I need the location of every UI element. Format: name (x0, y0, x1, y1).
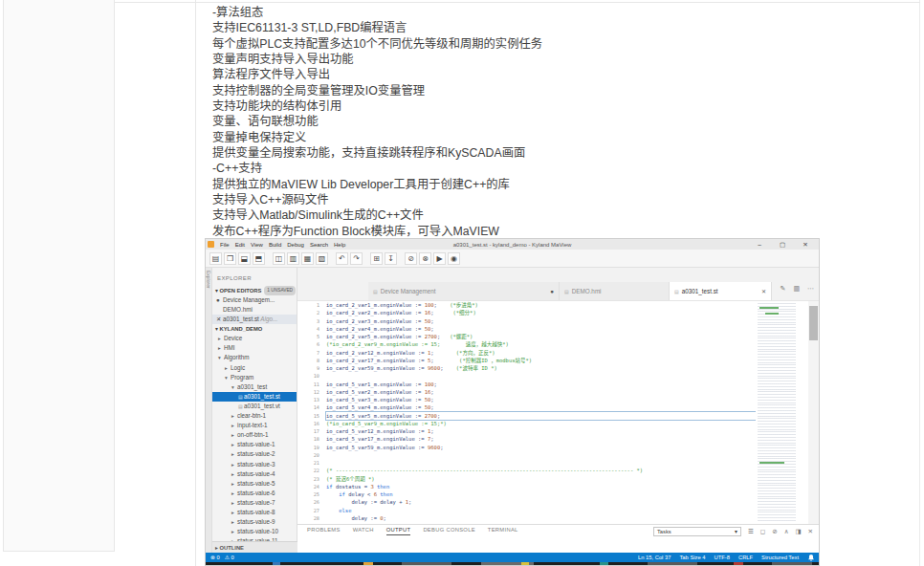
tree-item-status-value-9[interactable]: ▸status-value-9 (212, 517, 297, 527)
taskbar-app-icon[interactable] (772, 562, 812, 566)
close-panel-icon[interactable]: ✕ (808, 528, 813, 535)
open-editor-label: a0301_test.st (223, 316, 259, 322)
taskbar-app-icon[interactable] (600, 562, 608, 566)
open-editors-header[interactable]: ▾ OPEN EDITORS1 UNSAVED (212, 286, 297, 295)
tree-item-Program[interactable]: ▾Program (212, 373, 297, 382)
tab-demo-hmi[interactable]: ▤DEMO.hmi (560, 282, 670, 300)
tasks-dropdown[interactable]: Tasks▾ (653, 527, 741, 536)
taskbar-app-icon[interactable] (363, 562, 373, 566)
taskbar-app-icon[interactable] (734, 562, 743, 566)
output-actions-icon[interactable]: ☰ (748, 528, 754, 535)
code-editor[interactable]: 1io_card_2_var1_m.enginValue := 100; (*步… (297, 301, 819, 524)
panel-tab-terminal[interactable]: TERMINAL (488, 527, 518, 535)
stop-icon[interactable]: ⊗ (419, 252, 431, 265)
maximize-button[interactable]: ▢ (771, 239, 794, 250)
scrollbar-thumb[interactable] (809, 306, 818, 340)
status-item-structured-text[interactable]: Structured Text (761, 555, 799, 560)
open-editor-item[interactable]: ✕a0301_test.st Algo... (212, 315, 297, 324)
run-icon[interactable]: ▶ (433, 252, 446, 265)
open-editor-item[interactable]: DEMO.hmi (212, 305, 297, 315)
tree-item-clear-btn-1[interactable]: ▸clear-btn-1 (212, 411, 297, 421)
minimap[interactable] (756, 301, 809, 524)
split-editor-icon[interactable]: ▥ (793, 285, 800, 293)
menu-search[interactable]: Search (310, 242, 328, 248)
tree-item-label: status-value-9 (237, 518, 275, 525)
save-icon[interactable]: ⬓ (238, 252, 251, 265)
tree-item-status-value-4[interactable]: ▸status-value-4 (212, 469, 297, 479)
panel-tab-output[interactable]: OUTPUT (386, 527, 411, 535)
tree-item-a0301_test.st[interactable]: ▤a0301_test.st (212, 392, 297, 402)
tree-item-status-value-5[interactable]: ▸status-value-5 (212, 479, 297, 489)
paste-icon[interactable]: ▦ (301, 252, 314, 265)
menu-build[interactable]: Build (269, 242, 281, 248)
tab-device-management[interactable]: ▤Device Management● (368, 282, 560, 300)
more-actions-icon[interactable]: ⋯ (807, 285, 814, 293)
editor-scrollbar[interactable] (808, 301, 819, 524)
tab-a0301-test-st[interactable]: ▤a0301_test.st✕ (670, 282, 772, 300)
redo-icon[interactable]: ↷ (350, 252, 363, 265)
clear-output-icon[interactable]: ⊘ (772, 528, 777, 535)
compare-icon[interactable]: ▧ (316, 252, 328, 265)
record-icon[interactable]: ◉ (448, 252, 460, 265)
problems-summary[interactable]: ⊗ 0⚠ 0 (210, 555, 234, 560)
tree-item-a0301_test.vt[interactable]: ▤a0301_test.vt (212, 402, 297, 411)
tree-item-status-value-1[interactable]: ▸status-value-1 (212, 440, 297, 449)
menu-debug[interactable]: Debug (287, 242, 304, 248)
modified-dot-icon: ● (216, 295, 223, 305)
tree-item-a0301_test[interactable]: ▾a0301_test (212, 382, 297, 392)
tree-item-status-value-10[interactable]: ▸status-value-10 (212, 527, 297, 536)
taskbar-app-icon[interactable] (648, 562, 697, 566)
taskbar-app-icon[interactable] (402, 562, 451, 566)
status-item-utf-8[interactable]: UTF-8 (715, 555, 730, 560)
panel-controls: Tasks▾ ☰◻⊘∧◨✕ (653, 527, 813, 536)
notifications-bell-icon[interactable] (808, 555, 814, 561)
status-item-tab-size-4[interactable]: Tab Size 4 (679, 555, 705, 560)
close-icon[interactable]: ✕ (216, 315, 223, 324)
tree-item-Logic[interactable]: ▸Logic (212, 363, 297, 373)
close-button[interactable]: ✕ (794, 239, 817, 250)
library-icon[interactable]: ◫ (273, 252, 285, 265)
tree-item-status-value-7[interactable]: ▸status-value-7 (212, 498, 297, 508)
split-panel-icon[interactable]: ◨ (795, 528, 801, 535)
open-project-icon[interactable]: ❒ (224, 252, 236, 265)
outline-section-header[interactable]: ▸ OUTLINE (212, 541, 297, 553)
build-icon[interactable]: ⊞ (370, 252, 383, 265)
verify-icon[interactable]: ⊘ (405, 252, 417, 265)
unsaved-badge: 1 UNSAVED (264, 286, 296, 295)
close-tab-icon[interactable]: ✕ (761, 288, 766, 294)
menu-help[interactable]: Help (334, 242, 345, 248)
maximize-panel-icon[interactable]: ∧ (784, 528, 789, 535)
menu-file[interactable]: File (220, 242, 230, 248)
project-root-header[interactable]: ▾ KYLAND_DEMO (212, 324, 297, 334)
undo-icon[interactable]: ↶ (336, 252, 348, 265)
minimize-button[interactable]: – (748, 239, 771, 250)
status-item-crlf[interactable]: CRLF (738, 555, 753, 560)
unlock-icon[interactable]: ◻ (760, 528, 765, 535)
modified-dot-icon: ● (550, 288, 554, 294)
tree-item-status-value-6[interactable]: ▸status-value-6 (212, 489, 297, 498)
tree-item-on-off-btn-1[interactable]: ▸on-off-btn-1 (212, 430, 297, 440)
code-line: 9io_card_2_var59_m.enginValue := 9600; (… (297, 364, 819, 372)
tree-item-input-text-1[interactable]: ▸input-text-1 (212, 421, 297, 430)
status-item-ln-15-col-37[interactable]: Ln 15, Col 37 (638, 555, 671, 560)
new-file-icon[interactable]: ▤ (209, 252, 222, 265)
tree-item-status-value-8[interactable]: ▸status-value-8 (212, 508, 297, 517)
open-editor-item[interactable]: ●Device Managem... (212, 295, 297, 305)
open-changes-icon[interactable]: ✎ (781, 285, 786, 293)
taskbar-app-icon[interactable] (273, 562, 280, 566)
menu-view[interactable]: View (251, 242, 263, 248)
activity-bar[interactable]: Explorer (206, 268, 212, 553)
tree-item-status-value-2[interactable]: ▸status-value-2 (212, 449, 297, 459)
tree-item-status-value-3[interactable]: ▸status-value-3 (212, 460, 297, 469)
tree-item-HMI[interactable]: ▸HMI (212, 343, 297, 353)
menu-edit[interactable]: Edit (235, 242, 245, 248)
panel-tab-debug-console[interactable]: DEBUG CONSOLE (423, 527, 474, 535)
copy-icon[interactable]: ▥ (287, 252, 299, 265)
tree-item-Algorithm[interactable]: ▾Algorithm (212, 353, 297, 362)
taskbar-app-icon[interactable] (521, 562, 529, 566)
save-all-icon[interactable]: ⬒ (253, 252, 265, 265)
panel-tab-problems[interactable]: PROBLEMS (307, 527, 341, 535)
download-icon[interactable]: ↧ (385, 252, 397, 265)
panel-tab-watch[interactable]: WATCH (353, 527, 374, 535)
tree-item-Device[interactable]: ▸Device (212, 334, 297, 343)
